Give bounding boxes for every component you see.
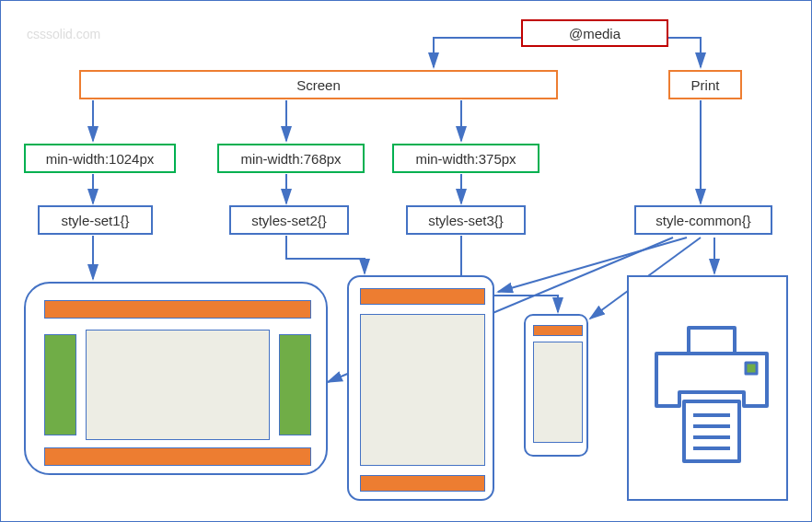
node-style-common: style-common{} [634,205,772,235]
node-bp2-label: min-width:768px [240,151,341,167]
device-phone [524,314,588,457]
node-styleset-1: style-set1{} [38,205,153,235]
tablet-header-bar [360,288,485,305]
phone-content [533,342,583,443]
node-bp-1024: min-width:1024px [24,144,176,173]
printer-icon [629,277,790,503]
node-screen-label: Screen [296,77,341,93]
watermark: csssolid.com [27,27,100,41]
device-desktop [24,282,328,475]
diagram-canvas: csssolid.com [0,0,812,522]
node-ss1-label: style-set1{} [61,213,129,228]
desktop-header-bar [44,300,311,319]
node-bp-768: min-width:768px [217,144,365,173]
node-screen: Screen [79,70,558,99]
node-bp3-label: min-width:375px [415,151,516,167]
desktop-content [86,330,270,440]
svg-rect-0 [689,328,735,354]
node-ss2-label: styles-set2{} [251,213,327,228]
node-styleset-2: styles-set2{} [229,205,349,235]
phone-header-bar [533,325,583,336]
node-print-label: Print [691,77,720,93]
tablet-content [360,314,485,466]
tablet-footer-bar [360,475,485,492]
svg-rect-2 [684,401,739,461]
node-bp-375: min-width:375px [392,144,539,173]
node-media-label: @media [569,26,621,41]
desktop-left-col [44,334,76,435]
device-tablet [347,275,494,501]
desktop-right-col [279,334,311,435]
desktop-footer-bar [44,447,311,466]
node-common-label: style-common{} [655,213,750,228]
node-bp1-label: min-width:1024px [46,151,155,167]
device-print-page [627,275,788,501]
svg-rect-1 [746,363,757,374]
node-ss3-label: styles-set3{} [428,213,504,228]
node-print: Print [668,70,742,99]
node-styleset-3: styles-set3{} [406,205,526,235]
node-media: @media [521,19,668,47]
